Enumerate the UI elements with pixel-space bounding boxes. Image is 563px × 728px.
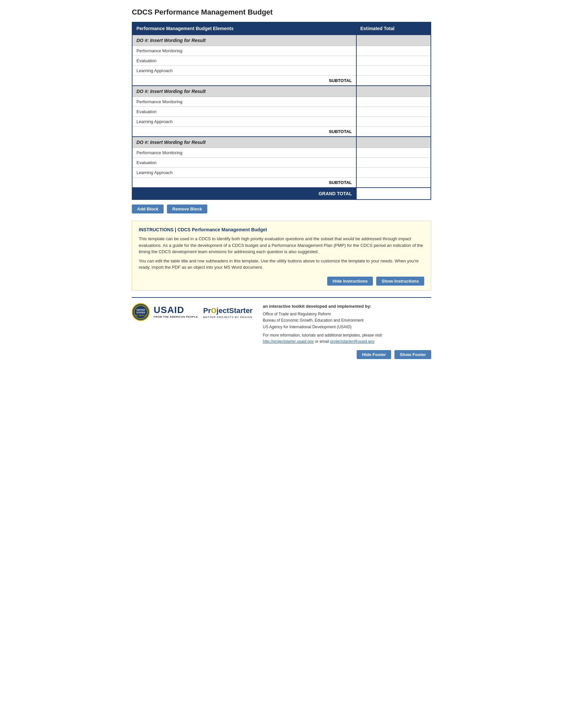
show-footer-button[interactable]: Show Footer bbox=[395, 350, 431, 359]
row-item-total bbox=[356, 56, 431, 66]
block-header-total bbox=[356, 137, 431, 148]
subtotal-row: SUBTOTAL bbox=[132, 127, 431, 137]
instructions-separator: | bbox=[173, 227, 177, 232]
subtotal-value bbox=[356, 127, 431, 137]
ps-name-part2: jectStarter bbox=[216, 306, 253, 315]
footer-or-email: or email bbox=[314, 339, 330, 344]
table-action-buttons: Add Block Remove Block bbox=[132, 205, 431, 213]
usaid-from-text: FROM THE AMERICAN PEOPLE bbox=[154, 315, 198, 318]
subtotal-label: SUBTOTAL bbox=[132, 178, 356, 188]
subtotal-label: SUBTOTAL bbox=[132, 76, 356, 86]
col-header-elements: Performance Management Budget Elements bbox=[132, 22, 356, 35]
block-header-row: DO #: Insert Wording for Result bbox=[132, 137, 431, 148]
instructions-doc-title: CDCS Performance Management Budget bbox=[177, 227, 267, 232]
table-row: Evaluation bbox=[132, 107, 431, 117]
add-block-button[interactable]: Add Block bbox=[132, 205, 164, 213]
grand-total-value bbox=[356, 188, 431, 200]
row-item-label: Learning Approach bbox=[132, 117, 356, 127]
row-item-total bbox=[356, 107, 431, 117]
show-instructions-button[interactable]: Show Instructions bbox=[376, 277, 424, 286]
subtotal-label: SUBTOTAL bbox=[132, 127, 356, 137]
instructions-label: INSTRUCTIONS bbox=[139, 227, 173, 232]
row-item-total bbox=[356, 46, 431, 56]
row-item-total bbox=[356, 66, 431, 76]
grand-total-row: GRAND TOTAL bbox=[132, 188, 431, 200]
instructions-title: INSTRUCTIONS | CDCS Performance Manageme… bbox=[139, 227, 424, 232]
ps-name-dot: o bbox=[211, 305, 216, 315]
table-row: Learning Approach bbox=[132, 117, 431, 127]
row-item-label: Evaluation bbox=[132, 158, 356, 168]
table-row: Performance Monitoring bbox=[132, 46, 431, 56]
row-item-label: Learning Approach bbox=[132, 168, 356, 178]
row-item-label: Evaluation bbox=[132, 56, 356, 66]
row-item-label: Performance Monitoring bbox=[132, 46, 356, 56]
row-item-label: Performance Monitoring bbox=[132, 148, 356, 158]
footer-section: UNITED STATES OF AMERICA USAID FROM THE … bbox=[132, 297, 431, 345]
subtotal-value bbox=[356, 178, 431, 188]
footer-more-info-text: For more information, tutorials and addi… bbox=[262, 333, 382, 338]
block-header-label: DO #: Insert Wording for Result bbox=[132, 86, 356, 97]
usaid-seal-svg: UNITED STATES OF AMERICA bbox=[133, 305, 148, 319]
footer-more-info: For more information, tutorials and addi… bbox=[262, 332, 431, 345]
subtotal-row: SUBTOTAL bbox=[132, 76, 431, 86]
footer-org2: Bureau of Economic Growth, Education and… bbox=[262, 317, 431, 324]
table-row: Learning Approach bbox=[132, 168, 431, 178]
block-header-row: DO #: Insert Wording for Result bbox=[132, 86, 431, 97]
subtotal-row: SUBTOTAL bbox=[132, 178, 431, 188]
table-row: Performance Monitoring bbox=[132, 97, 431, 107]
footer-org1: Office of Trade and Regulatory Reform bbox=[262, 311, 431, 317]
row-item-total bbox=[356, 117, 431, 127]
row-item-label: Learning Approach bbox=[132, 66, 356, 76]
instructions-para2: You can edit the table title and row sub… bbox=[139, 258, 424, 271]
svg-text:OF AMERICA: OF AMERICA bbox=[135, 314, 146, 316]
footer-link2[interactable]: projectstarter@usaid.gov bbox=[330, 339, 375, 344]
row-item-total bbox=[356, 148, 431, 158]
hide-instructions-button[interactable]: Hide Instructions bbox=[327, 277, 373, 286]
subtotal-value bbox=[356, 76, 431, 86]
instructions-buttons: Hide Instructions Show Instructions bbox=[139, 277, 424, 286]
table-body: DO #: Insert Wording for ResultPerforman… bbox=[132, 35, 431, 200]
row-item-total bbox=[356, 158, 431, 168]
hide-footer-button[interactable]: Hide Footer bbox=[357, 350, 391, 359]
row-item-label: Performance Monitoring bbox=[132, 97, 356, 107]
col-header-total: Estimated Total bbox=[356, 22, 431, 35]
ps-name-part1: Pr bbox=[203, 306, 211, 315]
footer-buttons: Hide Footer Show Footer bbox=[132, 350, 431, 359]
block-header-label: DO #: Insert Wording for Result bbox=[132, 35, 356, 46]
budget-table: Performance Management Budget Elements E… bbox=[132, 22, 431, 200]
table-row: Performance Monitoring bbox=[132, 148, 431, 158]
ps-name: ProjectStarter bbox=[203, 305, 252, 315]
table-row: Evaluation bbox=[132, 56, 431, 66]
usaid-text-block: USAID FROM THE AMERICAN PEOPLE bbox=[154, 305, 198, 318]
footer-right: an interactive toolkit developed and imp… bbox=[262, 303, 431, 345]
table-row: Evaluation bbox=[132, 158, 431, 168]
row-item-total bbox=[356, 168, 431, 178]
table-header-row: Performance Management Budget Elements E… bbox=[132, 22, 431, 35]
project-starter-logo: ProjectStarter BETTER PROJECTS BY DESIGN bbox=[203, 305, 256, 319]
grand-total-label: GRAND TOTAL bbox=[132, 188, 356, 200]
usaid-wordmark: USAID bbox=[154, 305, 184, 315]
block-header-row: DO #: Insert Wording for Result bbox=[132, 35, 431, 46]
table-row: Learning Approach bbox=[132, 66, 431, 76]
instructions-para1: This template can be used in a CDCS to i… bbox=[139, 236, 424, 255]
ps-tagline: BETTER PROJECTS BY DESIGN bbox=[203, 316, 252, 319]
footer-developed-by: an interactive toolkit developed and imp… bbox=[262, 303, 431, 310]
footer-org3: US Agency for International Development … bbox=[262, 324, 431, 330]
svg-text:STATES: STATES bbox=[136, 311, 145, 314]
page-title: CDCS Performance Management Budget bbox=[132, 8, 431, 17]
remove-block-button[interactable]: Remove Block bbox=[167, 205, 207, 213]
instructions-box: INSTRUCTIONS | CDCS Performance Manageme… bbox=[132, 221, 431, 291]
footer-link1[interactable]: http://projectstarter.usaid.gov bbox=[262, 339, 314, 344]
footer-logos: UNITED STATES OF AMERICA USAID FROM THE … bbox=[132, 303, 256, 321]
block-header-total bbox=[356, 86, 431, 97]
usaid-seal: UNITED STATES OF AMERICA bbox=[132, 303, 150, 321]
block-header-total bbox=[356, 35, 431, 46]
block-header-label: DO #: Insert Wording for Result bbox=[132, 137, 356, 148]
row-item-label: Evaluation bbox=[132, 107, 356, 117]
svg-text:UNITED: UNITED bbox=[136, 309, 145, 311]
row-item-total bbox=[356, 97, 431, 107]
